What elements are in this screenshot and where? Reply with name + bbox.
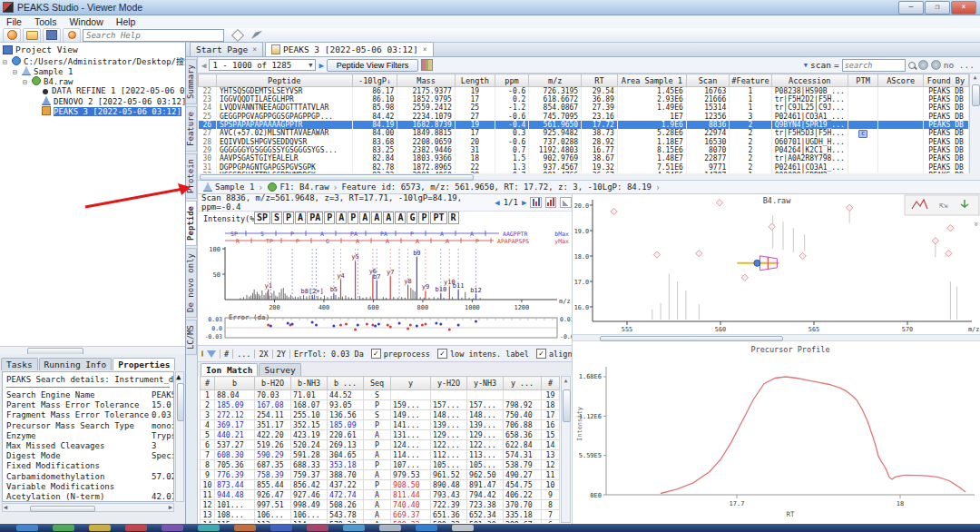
tree-item[interactable]: PEAKS 3 [2022-05-06 03:12] bbox=[0, 106, 185, 116]
column-header[interactable]: Found By bbox=[924, 74, 969, 87]
column-header[interactable]: b-H2O bbox=[255, 377, 291, 390]
doc-tab-peaks[interactable]: PEAKS 3 [2022-05-06 03:12]× bbox=[265, 42, 434, 56]
column-header[interactable]: Length bbox=[455, 74, 495, 87]
next-page-icon[interactable]: ▶ bbox=[318, 61, 323, 70]
tab-survey[interactable]: Survey bbox=[259, 363, 300, 376]
tree-item[interactable]: DENOVO 2 [2022-05-06 03:12] bbox=[0, 96, 185, 106]
peptide-row[interactable]: 25GEGGPPGVAGPPGGSGPAGPPGP...84.422234.10… bbox=[199, 113, 969, 121]
expand-toggle[interactable]: ⊟ bbox=[23, 77, 31, 86]
close-tab-icon[interactable]: × bbox=[252, 44, 257, 56]
taskbar-icon[interactable] bbox=[53, 525, 74, 531]
mode-segment[interactable]: ... bbox=[232, 350, 254, 359]
histogram-icon[interactable] bbox=[545, 197, 557, 208]
close-tab-icon[interactable]: × bbox=[423, 44, 427, 56]
scan-field-label[interactable]: scan bbox=[810, 60, 831, 70]
tab-properties[interactable]: Properties bbox=[113, 358, 175, 370]
residue-box[interactable]: A bbox=[383, 212, 394, 224]
new-project-button[interactable] bbox=[3, 28, 21, 43]
ion-match-table[interactable]: #bb-H2Ob-NH3b ...Seqyy-H2Oy-NH3y ...#188… bbox=[200, 376, 560, 523]
taskbar-icon[interactable] bbox=[89, 525, 111, 531]
residue-box[interactable]: S bbox=[271, 212, 282, 224]
taskbar-icon[interactable] bbox=[379, 525, 401, 531]
breadcrumb-item[interactable]: Feature id: 6573, m/z: 561.9650, RT: 17.… bbox=[342, 182, 652, 192]
ion-row[interactable]: 5440.21422.20423.19220.61A131...129...12… bbox=[201, 430, 560, 440]
ion-row[interactable]: 8705.36687.35688.33353.18P107...105...10… bbox=[201, 460, 560, 470]
ion-row[interactable]: 14115...113...114...579.30A598.33580.325… bbox=[201, 520, 560, 524]
residue-box[interactable]: A bbox=[359, 212, 370, 224]
column-header[interactable]: # bbox=[201, 377, 215, 390]
tree-item[interactable]: ⊟C:/Users/Administrator/Desktop/搜索文件/... bbox=[0, 56, 185, 66]
checkbox-icon[interactable]: ✓ bbox=[437, 349, 447, 359]
column-header[interactable]: Peptide bbox=[216, 74, 352, 87]
residue-box[interactable]: SP bbox=[254, 212, 270, 224]
taskbar-icon[interactable] bbox=[270, 525, 292, 531]
maximize-button[interactable]: ❐ bbox=[925, 1, 950, 15]
column-header[interactable]: # bbox=[542, 377, 560, 390]
peptide-row[interactable]: 22YHTSQSGDEMTSLSEYVSR86.172175.937719-0.… bbox=[199, 87, 969, 96]
checkbox-low[interactable]: ✓low intens. label bbox=[437, 349, 529, 359]
mode-segment[interactable]: 2Y bbox=[272, 350, 289, 359]
view-tab-summary[interactable]: Summary bbox=[186, 59, 197, 104]
residue-box[interactable]: P bbox=[418, 212, 429, 224]
column-header[interactable]: Mass bbox=[397, 74, 456, 87]
column-header[interactable]: RT bbox=[582, 74, 618, 87]
lcms-hscrollbar[interactable] bbox=[573, 334, 980, 341]
prev-spectrum-icon[interactable]: ◀ bbox=[495, 198, 499, 207]
taskbar-icon[interactable] bbox=[16, 525, 38, 531]
view-tab-protein[interactable]: Protein bbox=[186, 153, 197, 199]
column-header[interactable]: y ... bbox=[504, 377, 542, 390]
tree-item[interactable]: ⊟Sample 1 bbox=[0, 66, 185, 76]
close-button[interactable]: × bbox=[951, 1, 976, 15]
column-header[interactable]: b bbox=[215, 377, 255, 390]
checkbox-icon[interactable]: ✓ bbox=[536, 349, 546, 359]
options-button[interactable] bbox=[63, 28, 81, 43]
column-header[interactable]: y-NH3 bbox=[467, 377, 504, 390]
windows-taskbar[interactable] bbox=[0, 524, 980, 532]
column-header[interactable]: Seq bbox=[364, 377, 391, 390]
column-header[interactable]: y-H2O bbox=[431, 377, 467, 390]
column-header[interactable] bbox=[199, 74, 217, 87]
peptide-row[interactable]: 29GGGGGGYGSGGGSSYGSGGGSYGS...83.252382.9… bbox=[199, 146, 969, 154]
column-header[interactable]: PTM bbox=[848, 74, 878, 87]
filter-prev-button[interactable] bbox=[918, 60, 928, 70]
ion-row[interactable]: 3272.12254.11255.10136.56S149...148...14… bbox=[201, 410, 560, 420]
save-button[interactable] bbox=[43, 28, 61, 43]
ion-row[interactable]: 11944.48926.47927.46472.74A811.44793.437… bbox=[201, 490, 560, 500]
tab-tasks[interactable]: Tasks bbox=[1, 358, 38, 370]
taskbar-icon[interactable] bbox=[162, 525, 183, 531]
view-tab-feature[interactable]: Feature bbox=[186, 106, 197, 152]
breadcrumb-item[interactable]: F1: B4.raw bbox=[267, 182, 328, 192]
checkbox-preprocess[interactable]: ✓preprocess bbox=[371, 349, 430, 359]
prev-page-icon[interactable]: ◀ bbox=[201, 61, 206, 70]
expand-toggle[interactable]: ⊟ bbox=[13, 67, 21, 76]
tab-running-info[interactable]: Running Info bbox=[39, 358, 113, 370]
ion-row[interactable]: 188.0470.0371.0144.52S19 bbox=[201, 390, 560, 400]
mode-segment[interactable]: # bbox=[220, 350, 232, 359]
peptide-row[interactable]: 28EQIVVDLSHPGVSEDDQVSR83.682208.065920-0… bbox=[199, 138, 969, 146]
column-header[interactable]: b ... bbox=[328, 377, 364, 390]
properties-vscrollbar[interactable]: ▲ bbox=[175, 371, 184, 502]
peptide-table[interactable]: Peptide-10lgP↓MassLengthppmm/zRTArea Sam… bbox=[198, 74, 969, 173]
checkbox-icon[interactable]: ✓ bbox=[371, 349, 381, 359]
tab-ion-match[interactable]: Ion Match bbox=[201, 363, 258, 376]
key-icon[interactable] bbox=[201, 350, 203, 357]
peptide-row[interactable]: 24LVQDVANNTNEEAGDGTTTATVLAR85.982559.241… bbox=[199, 103, 969, 112]
peptide-view-filters-button[interactable]: Peptide View Filters bbox=[327, 59, 418, 72]
lcms-2d-view[interactable]: B4.raw⇱⇲»20.019.018.017.016.055556056557… bbox=[573, 194, 980, 334]
slope-icon[interactable] bbox=[560, 197, 572, 208]
residue-box[interactable]: A bbox=[295, 212, 306, 224]
precursor-profile-chart[interactable]: Precursor ProfileIntensity1.68E61.12E65.… bbox=[573, 341, 980, 524]
residue-box[interactable]: P bbox=[283, 212, 294, 224]
taskbar-icon[interactable] bbox=[343, 525, 365, 531]
column-header[interactable]: Area Sample 1 bbox=[617, 74, 686, 87]
column-header[interactable]: b-NH3 bbox=[291, 377, 328, 390]
view-tab-de-novo-only[interactable]: De novo only bbox=[186, 248, 197, 318]
menu-tools[interactable]: Tools bbox=[28, 16, 64, 27]
peptide-row[interactable]: 30AAVPSGASTGIYEALELR82.841803.9366181.59… bbox=[199, 154, 969, 163]
view-tab-lc-ms[interactable]: LC/MS bbox=[186, 320, 197, 355]
taskbar-icon[interactable] bbox=[452, 525, 474, 531]
tree-item[interactable]: ⊟B4.raw bbox=[0, 76, 185, 86]
filter-next-button[interactable] bbox=[931, 60, 941, 70]
taskbar-icon[interactable] bbox=[125, 525, 147, 531]
ion-row[interactable]: 12101...997.51998.49508.26A740.40722.397… bbox=[201, 500, 560, 510]
